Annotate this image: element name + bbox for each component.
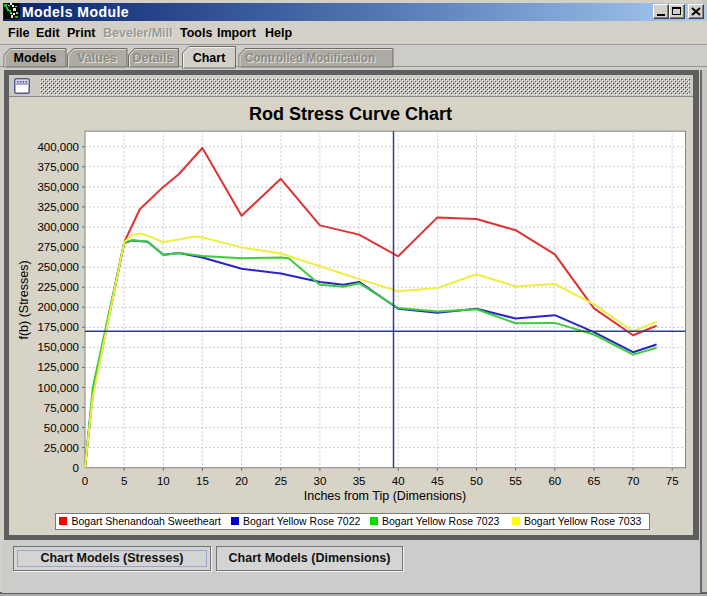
svg-text:60: 60: [548, 475, 561, 487]
svg-text:0: 0: [82, 475, 88, 487]
svg-text:40: 40: [392, 475, 405, 487]
svg-text:375,000: 375,000: [37, 161, 79, 173]
svg-text:70: 70: [627, 475, 640, 487]
svg-text:50,000: 50,000: [44, 422, 79, 434]
svg-text:20: 20: [235, 475, 248, 487]
svg-text:200,000: 200,000: [37, 301, 79, 313]
svg-text:25: 25: [274, 475, 287, 487]
svg-text:275,000: 275,000: [37, 241, 79, 253]
svg-text:400,000: 400,000: [37, 141, 79, 153]
svg-text:325,000: 325,000: [37, 201, 79, 213]
svg-text:250,000: 250,000: [37, 261, 79, 273]
svg-text:175,000: 175,000: [37, 321, 79, 333]
svg-text:15: 15: [196, 475, 209, 487]
svg-text:75: 75: [666, 475, 679, 487]
svg-text:125,000: 125,000: [37, 361, 79, 373]
svg-text:100,000: 100,000: [37, 382, 79, 394]
svg-text:45: 45: [431, 475, 444, 487]
svg-text:f(b) (Stresses): f(b) (Stresses): [17, 260, 31, 339]
svg-text:50: 50: [470, 475, 483, 487]
svg-text:25,000: 25,000: [44, 442, 79, 454]
svg-text:0: 0: [73, 462, 79, 474]
svg-text:55: 55: [509, 475, 522, 487]
svg-text:150,000: 150,000: [37, 341, 79, 353]
svg-text:225,000: 225,000: [37, 281, 79, 293]
svg-text:75,000: 75,000: [44, 402, 79, 414]
svg-text:350,000: 350,000: [37, 181, 79, 193]
svg-text:5: 5: [121, 475, 127, 487]
svg-text:35: 35: [353, 475, 366, 487]
svg-text:Inches from Tip (Dimensions): Inches from Tip (Dimensions): [304, 489, 467, 503]
svg-text:300,000: 300,000: [37, 221, 79, 233]
svg-text:10: 10: [157, 475, 170, 487]
svg-text:30: 30: [314, 475, 327, 487]
svg-text:65: 65: [588, 475, 601, 487]
